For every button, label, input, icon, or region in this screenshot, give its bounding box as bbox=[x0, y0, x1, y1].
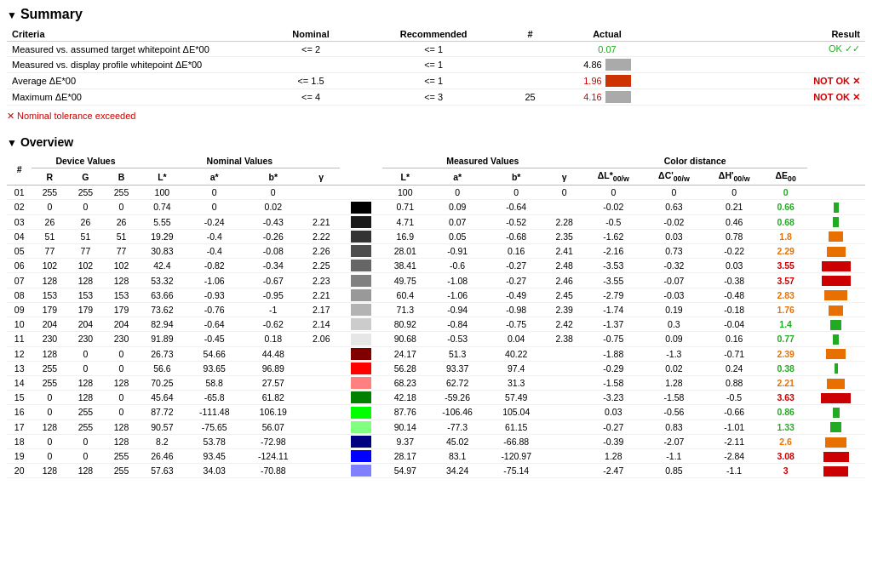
data-cell: 71.3 bbox=[382, 302, 428, 317]
data-cell: 2.42 bbox=[546, 317, 583, 332]
result-bar bbox=[827, 379, 845, 389]
data-cell: 04 bbox=[7, 229, 32, 243]
data-cell: -0.04 bbox=[704, 317, 765, 332]
data-cell: -111.48 bbox=[185, 405, 244, 420]
data-cell: -0.66 bbox=[704, 405, 765, 420]
data-cell: 87.76 bbox=[382, 405, 428, 420]
data-cell: 100 bbox=[382, 186, 428, 200]
data-cell: 12 bbox=[7, 346, 32, 361]
data-cell: 24.17 bbox=[382, 346, 428, 361]
result-bar bbox=[830, 320, 841, 330]
result-bar bbox=[821, 393, 851, 403]
summary-row-result-3: NOT OK ✕ bbox=[663, 89, 865, 106]
data-cell: -0.82 bbox=[185, 259, 244, 273]
data-cell bbox=[302, 420, 340, 434]
data-cell: 62.72 bbox=[428, 375, 487, 390]
col-nb: b* bbox=[244, 168, 302, 186]
swatch-cell bbox=[340, 186, 382, 200]
result-bar-cell bbox=[807, 214, 865, 229]
data-cell: 0 bbox=[103, 391, 139, 405]
swatch-cell bbox=[340, 449, 382, 464]
data-cell: 179 bbox=[32, 302, 67, 317]
data-cell: 0.05 bbox=[428, 229, 487, 243]
de-cell: 1.33 bbox=[765, 420, 807, 434]
nominal-tolerance-warning: ✕ Nominal tolerance exceeded bbox=[7, 111, 865, 122]
de-cell: 2.39 bbox=[765, 346, 807, 361]
overview-table: # Device Values Nominal Values Measured … bbox=[7, 154, 865, 478]
data-cell bbox=[302, 434, 340, 448]
summary-header-result: Result bbox=[663, 27, 865, 42]
data-cell: -0.34 bbox=[244, 259, 302, 273]
col-my: γ bbox=[546, 168, 583, 186]
data-cell: 26 bbox=[103, 214, 139, 229]
data-cell: 0.73 bbox=[644, 243, 704, 258]
result-bar-cell bbox=[807, 449, 865, 464]
data-cell: 2.28 bbox=[546, 214, 583, 229]
data-cell: -0.32 bbox=[644, 259, 704, 273]
table-row: 1123023023091.89-0.450.182.0690.68-0.530… bbox=[7, 332, 865, 346]
overview-group-measured: Measured Values bbox=[382, 154, 583, 168]
summary-row-nominal-0: <= 2 bbox=[264, 42, 357, 57]
de-cell: 1.76 bbox=[765, 302, 807, 317]
color-swatch bbox=[351, 436, 371, 448]
data-cell: 44.48 bbox=[244, 346, 302, 361]
table-row: 0712812812853.32-1.06-0.672.2349.75-1.08… bbox=[7, 273, 865, 288]
data-cell: 255 bbox=[67, 405, 103, 420]
data-cell: 9.37 bbox=[382, 434, 428, 448]
data-cell bbox=[546, 361, 583, 375]
result-bar-cell bbox=[807, 288, 865, 302]
data-cell: 0 bbox=[32, 434, 67, 448]
data-cell: 0.03 bbox=[704, 259, 765, 273]
data-cell: 0.07 bbox=[428, 214, 487, 229]
summary-row-result-2: NOT OK ✕ bbox=[663, 73, 865, 89]
data-cell: 0.46 bbox=[704, 214, 765, 229]
data-cell bbox=[546, 375, 583, 390]
data-cell: -3.53 bbox=[583, 259, 644, 273]
data-cell: 0 bbox=[428, 186, 487, 200]
data-cell: -0.91 bbox=[428, 243, 487, 258]
summary-row-criteria-0: Measured vs. assumed target whitepoint Δ… bbox=[7, 42, 264, 57]
data-cell: 179 bbox=[67, 302, 103, 317]
data-cell: 90.57 bbox=[140, 420, 186, 434]
data-cell: 204 bbox=[32, 317, 67, 332]
data-cell: 42.4 bbox=[140, 259, 186, 273]
data-cell: 0.04 bbox=[487, 332, 546, 346]
data-cell: 26 bbox=[32, 214, 67, 229]
swatch-cell bbox=[340, 288, 382, 302]
swatch-cell bbox=[340, 420, 382, 434]
data-cell: 230 bbox=[103, 332, 139, 346]
data-cell: -0.56 bbox=[644, 405, 704, 420]
data-cell: -0.39 bbox=[583, 434, 644, 448]
data-cell: 0 bbox=[103, 361, 139, 375]
swatch-cell bbox=[340, 346, 382, 361]
color-swatch bbox=[351, 450, 371, 462]
data-cell: 87.72 bbox=[140, 405, 186, 420]
data-cell: 0 bbox=[67, 346, 103, 361]
data-cell: -0.27 bbox=[487, 273, 546, 288]
table-row: 01255255255100001000000000 bbox=[7, 186, 865, 200]
summary-row-actual-2: 1.96 bbox=[551, 73, 664, 89]
data-cell: -1.06 bbox=[428, 288, 487, 302]
data-cell: -0.84 bbox=[428, 317, 487, 332]
data-cell: 255 bbox=[32, 361, 67, 375]
result-bar-cell bbox=[807, 405, 865, 420]
data-cell: 128 bbox=[67, 464, 103, 478]
summary-row-hash-1 bbox=[510, 57, 551, 73]
summary-row-hash-3: 25 bbox=[510, 89, 551, 106]
data-cell: -120.97 bbox=[487, 449, 546, 464]
data-cell: 128 bbox=[32, 420, 67, 434]
de-cell: 3 bbox=[765, 464, 807, 478]
data-cell bbox=[302, 449, 340, 464]
result-bar-cell bbox=[807, 361, 865, 375]
result-bar bbox=[826, 349, 846, 359]
data-cell: 0.83 bbox=[644, 420, 704, 434]
swatch-cell bbox=[340, 214, 382, 229]
data-cell: 255 bbox=[103, 464, 139, 478]
data-cell bbox=[546, 434, 583, 448]
data-cell: 128 bbox=[103, 420, 139, 434]
data-cell: -0.64 bbox=[487, 200, 546, 214]
data-cell: -0.22 bbox=[704, 243, 765, 258]
col-dl: ΔL*00/w bbox=[583, 168, 644, 186]
overview-col-swatch bbox=[340, 154, 382, 186]
data-cell: 128 bbox=[103, 434, 139, 448]
